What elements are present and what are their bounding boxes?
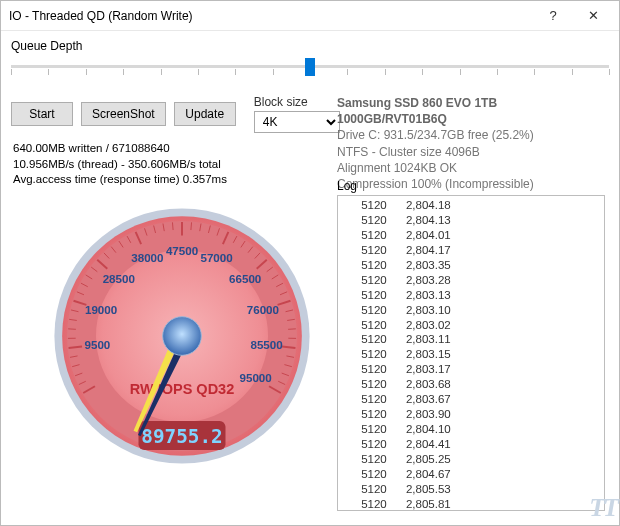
log-row: 5120 2,803.15 [342, 347, 600, 362]
log-row: 5120 2,803.13 [342, 288, 600, 303]
svg-line-27 [172, 222, 173, 230]
log-row: 5120 2,803.11 [342, 332, 600, 347]
run-stats: 640.00MB written / 671088640 10.956MB/s … [13, 141, 227, 188]
iops-gauge: 9500190002850038000475005700066500760008… [37, 191, 327, 481]
log-area: Log 5120 2,804.18 5120 2,804.13 5120 2,8… [337, 179, 605, 511]
log-row: 5120 2,804.41 [342, 437, 600, 452]
log-list[interactable]: 5120 2,804.18 5120 2,804.13 5120 2,804.0… [337, 195, 605, 511]
log-row: 5120 2,804.67 [342, 467, 600, 482]
log-row: 5120 2,804.13 [342, 213, 600, 228]
titlebar: IO - Threaded QD (Random Write) ? ✕ [1, 1, 619, 31]
svg-text:47500: 47500 [166, 244, 198, 257]
svg-text:38000: 38000 [131, 251, 163, 264]
drive-capacity: Drive C: 931.5/234.7GB free (25.2%) [337, 127, 605, 143]
drive-alignment: Alignment 1024KB OK [337, 160, 605, 176]
log-row: 5120 2,803.10 [342, 303, 600, 318]
svg-text:9500: 9500 [85, 338, 111, 351]
svg-text:66500: 66500 [229, 272, 261, 285]
block-size-select[interactable]: 4K [254, 111, 340, 133]
stats-written: 640.00MB written / 671088640 [13, 141, 227, 157]
log-row: 5120 2,803.90 [342, 407, 600, 422]
svg-text:57000: 57000 [200, 251, 232, 264]
log-row: 5120 2,803.02 [342, 318, 600, 333]
stats-latency: Avg.access time (response time) 0.357ms [13, 172, 227, 188]
dialog-window: IO - Threaded QD (Random Write) ? ✕ Queu… [0, 0, 620, 526]
svg-text:28500: 28500 [103, 272, 135, 285]
block-size-group: Block size 4K [254, 95, 340, 133]
svg-text:76000: 76000 [247, 303, 279, 316]
drive-model: Samsung SSD 860 EVO 1TB 1000GB/RVT01B6Q [337, 95, 605, 127]
log-row: 5120 2,803.28 [342, 273, 600, 288]
log-row: 5120 2,804.01 [342, 228, 600, 243]
gauge-label: RW IOPS QD32 [130, 381, 234, 397]
queue-depth-slider[interactable] [11, 55, 609, 81]
block-size-label: Block size [254, 95, 340, 109]
queue-depth-label: Queue Depth [11, 39, 609, 53]
drive-info: Samsung SSD 860 EVO 1TB 1000GB/RVT01B6Q … [337, 95, 605, 192]
update-button[interactable]: Update [174, 102, 236, 126]
close-button[interactable]: ✕ [573, 8, 613, 23]
log-label: Log [337, 179, 605, 193]
log-row: 5120 2,803.17 [342, 362, 600, 377]
window-title: IO - Threaded QD (Random Write) [9, 9, 533, 23]
start-button[interactable]: Start [11, 102, 73, 126]
log-row: 5120 2,804.18 [342, 198, 600, 213]
log-row: 5120 2,805.25 [342, 452, 600, 467]
log-row: 5120 2,805.53 [342, 482, 600, 497]
gauge-reading: 89755.2 [141, 425, 222, 448]
log-row: 5120 2,804.10 [342, 422, 600, 437]
log-row: 5120 2,803.67 [342, 392, 600, 407]
slider-thumb[interactable] [305, 58, 315, 76]
screenshot-button[interactable]: ScreenShot [81, 102, 166, 126]
stats-throughput: 10.956MB/s (thread) - 350.606MB/s total [13, 157, 227, 173]
log-row: 5120 2,803.35 [342, 258, 600, 273]
svg-text:95000: 95000 [240, 371, 272, 384]
drive-fs: NTFS - Cluster size 4096B [337, 144, 605, 160]
log-row: 5120 2,803.68 [342, 377, 600, 392]
help-button[interactable]: ? [533, 8, 573, 23]
log-row: 5120 2,804.17 [342, 243, 600, 258]
svg-line-29 [191, 222, 192, 230]
log-row: 5120 2,805.81 [342, 497, 600, 511]
svg-text:19000: 19000 [85, 303, 117, 316]
svg-text:85500: 85500 [250, 338, 282, 351]
